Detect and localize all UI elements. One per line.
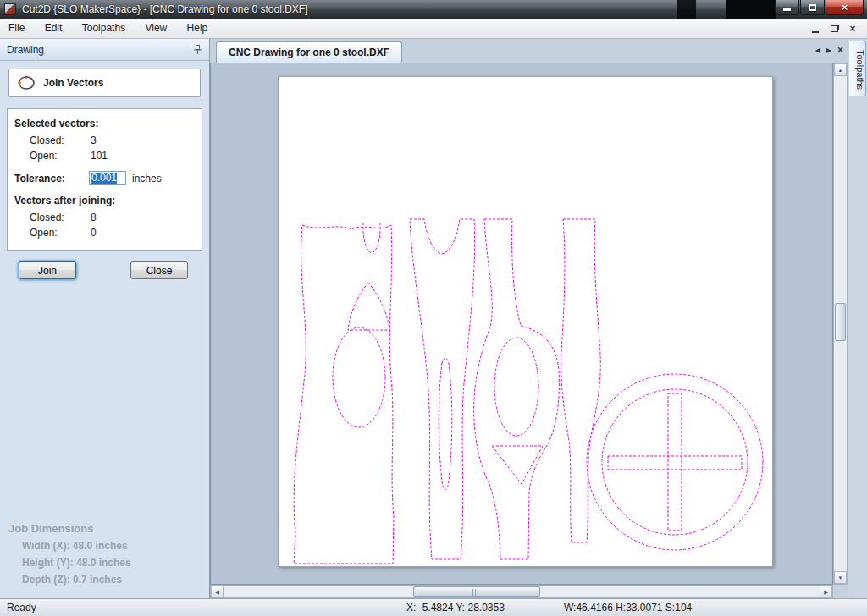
minimize-button[interactable] [775,0,799,15]
drawing-panel-header: Drawing [0,39,209,61]
drawing-viewport[interactable] [210,63,833,585]
menu-edit[interactable]: Edit [36,19,71,37]
panel-title: Drawing [7,44,44,56]
closed-label: Closed: [30,210,91,225]
document-tab-title: CNC Drawing for one 0 stool.DXF [229,47,389,58]
menu-file[interactable]: File [0,19,33,37]
scroll-left-button[interactable]: ◀ [211,586,224,598]
tolerance-label: Tolerance: [14,173,89,184]
tab-next-button[interactable]: ▶ [826,46,831,56]
document-tab[interactable]: CNC Drawing for one 0 stool.DXF [216,41,402,63]
status-ready: Ready [7,602,36,613]
job-dimensions: Job Dimensions Width (X): 48.0 inches He… [8,520,131,588]
drawing-page[interactable] [278,76,773,567]
restore-icon [831,25,838,32]
job-dimensions-title: Job Dimensions [8,520,131,537]
tab-toolpaths[interactable]: Toolpaths [849,41,866,96]
close-panel-button[interactable]: Close [130,261,188,279]
vertical-scrollbar[interactable]: ▲ ▼ [833,63,848,585]
background-window-artifact [726,0,776,19]
join-button[interactable]: Join [19,261,76,279]
statusbar: Ready X: -5.4824 Y: 28.0353 W:46.4166 H:… [0,598,867,616]
selected-open-row: Open: 101 [14,148,195,163]
pin-icon[interactable] [193,45,202,55]
join-vectors-icon [16,75,36,91]
after-joining-label: Vectors after joining: [14,195,195,206]
close-icon: × [842,1,848,14]
selected-open-value: 101 [91,148,108,163]
scroll-up-button[interactable]: ▲ [834,63,847,76]
after-closed-value: 8 [91,210,97,225]
vector-drawing [279,77,772,566]
vertical-scroll-thumb[interactable] [835,303,846,341]
background-window-artifact [677,0,696,19]
join-vectors-form: Selected vectors: Closed: 3 Open: 101 To… [7,108,202,251]
mdi-restore-button[interactable] [825,21,843,36]
status-selection-dimensions: W:46.4166 H:33.0071 S:104 [564,602,692,613]
minimize-icon [812,31,819,33]
open-label: Open: [30,148,91,163]
open-label: Open: [30,225,91,240]
menu-toolpaths[interactable]: Toolpaths [74,19,134,37]
horizontal-scrollbar[interactable]: ◀ ▶ [210,585,833,598]
app-icon [4,3,16,15]
join-vectors-header: Join Vectors [8,69,201,97]
join-vectors-buttons: Join Close [19,261,188,279]
mdi-window-controls: × [806,21,862,36]
maximize-button[interactable] [800,0,825,15]
drawing-panel: Drawing Join Vectors Selected vectors: C… [0,39,210,598]
selected-vectors-label: Selected vectors: [14,118,195,129]
mdi-minimize-button[interactable] [806,21,825,36]
maximize-icon [809,4,816,11]
join-vectors-title: Join Vectors [43,77,103,89]
selected-closed-row: Closed: 3 [14,133,195,148]
close-icon: × [849,23,855,35]
scroll-right-button[interactable]: ▶ [820,586,832,598]
tolerance-row: Tolerance: 0.001 inches [14,171,195,185]
app-window: Cut2D {SLO MakerSpace} - [CNC Drawing fo… [0,0,867,616]
window-title: Cut2D {SLO MakerSpace} - [CNC Drawing fo… [22,3,307,15]
scroll-down-button[interactable]: ▼ [834,571,847,584]
selected-closed-value: 3 [91,133,97,148]
status-cursor-position: X: -5.4824 Y: 28.0353 [406,602,505,613]
tab-controls: ◀ ▶ × [815,46,843,56]
tolerance-units: inches [132,173,162,184]
close-button[interactable]: × [826,0,864,15]
titlebar[interactable]: Cut2D {SLO MakerSpace} - [CNC Drawing fo… [0,0,867,19]
tolerance-input[interactable]: 0.001 [89,171,126,185]
after-open-row: Open: 0 [14,225,195,240]
menu-help[interactable]: Help [179,19,217,37]
tolerance-value: 0.001 [91,173,117,184]
tab-close-button[interactable]: × [837,46,843,56]
mdi-close-button[interactable]: × [843,21,862,36]
window-controls: × [774,0,864,15]
after-closed-row: Closed: 8 [14,210,195,225]
menubar: File Edit Toolpaths View Help × [0,19,867,39]
after-open-value: 0 [91,225,97,240]
minimize-icon [783,8,791,11]
document-area: CNC Drawing for one 0 stool.DXF ◀ ▶ × To… [210,39,867,598]
closed-label: Closed: [30,133,91,148]
job-height: Height (Y): 48.0 inches [8,554,131,571]
horizontal-scroll-thumb[interactable] [413,586,540,597]
job-depth: Depth (Z): 0.7 inches [8,571,131,588]
toolpaths-strip: Toolpaths [848,39,867,598]
job-width: Width (X): 48.0 inches [8,537,131,554]
menu-view[interactable]: View [136,19,175,37]
tab-prev-button[interactable]: ◀ [815,46,820,56]
